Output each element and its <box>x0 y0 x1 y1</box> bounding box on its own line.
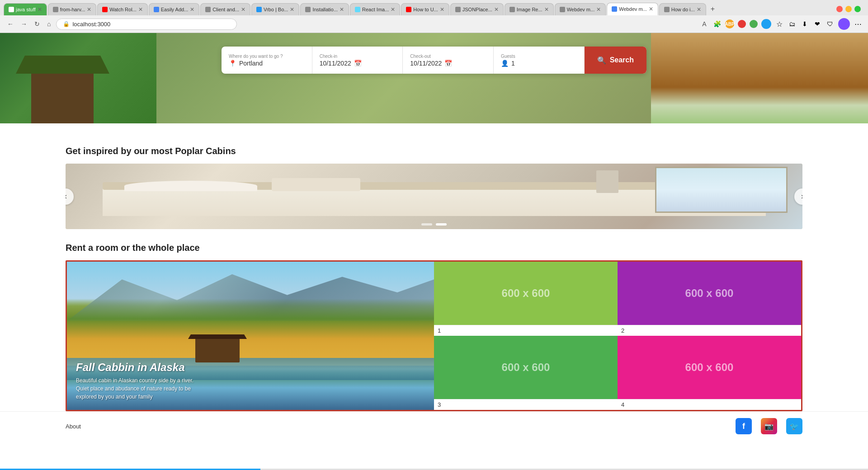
rent-section: Fall Cabbin in Alaska Beautiful cabin in… <box>0 260 868 411</box>
rent-small-grid: 600 x 600 1 600 x 600 2 600 x 600 <box>434 262 801 410</box>
placeholder-text-1: 600 x 600 <box>502 287 550 300</box>
tab-watch-rol[interactable]: Watch Rol... ✕ <box>97 3 148 15</box>
carousel-section: ‹ › <box>0 164 868 229</box>
rent-small-image-1: 600 x 600 <box>434 262 618 325</box>
tab-react-ima[interactable]: React Ima... ✕ <box>350 3 400 15</box>
footer: About f 📷 🐦 <box>0 411 868 441</box>
rent-small-item-4[interactable]: 600 x 600 4 <box>618 336 801 410</box>
tab-close-icon[interactable]: ✕ <box>391 6 395 13</box>
tab-close-icon[interactable]: ✕ <box>190 6 194 13</box>
tab-close-icon[interactable]: ✕ <box>241 6 245 13</box>
reload-button[interactable]: ↻ <box>33 19 42 28</box>
tab-favicon <box>455 7 461 12</box>
rent-main-item[interactable]: Fall Cabbin in Alaska Beautiful cabin in… <box>67 262 434 410</box>
window-minimize-btn[interactable] <box>845 6 852 12</box>
tab-webdev-1[interactable]: Webdev m... ✕ <box>555 3 606 15</box>
tab-label: React Ima... <box>362 7 389 12</box>
tab-favicon <box>664 7 670 12</box>
download-icon[interactable]: ⬇ <box>800 19 809 28</box>
rent-main-overlay: Fall Cabbin in Alaska Beautiful cabin in… <box>76 361 203 401</box>
back-button[interactable]: ← <box>5 19 15 28</box>
toolbar-icons: A 🧩 ABP ☆ 🗂 ⬇ ❤ 🛡 ⋯ <box>700 18 863 30</box>
tab-favicon <box>53 7 58 12</box>
tab-close-icon[interactable]: ✕ <box>494 6 499 13</box>
vpn-icon[interactable] <box>761 19 771 29</box>
collections-icon[interactable]: 🗂 <box>788 19 797 28</box>
tab-close-icon[interactable]: ✕ <box>544 6 549 13</box>
rent-small-label-2: 2 <box>618 325 801 336</box>
search-button[interactable]: 🔍 Search <box>585 47 646 74</box>
tab-close-icon[interactable]: ✕ <box>340 6 344 13</box>
placeholder-text-3: 600 x 600 <box>502 361 550 374</box>
guests-field[interactable]: Guests 👤 1 <box>494 47 585 74</box>
location-label: Where do you want to go ? <box>229 54 305 59</box>
footer-about-link[interactable]: About <box>66 423 81 430</box>
rent-small-label-3: 3 <box>434 399 618 410</box>
tab-label: Webdev m... <box>567 7 595 12</box>
carousel-dot-2[interactable] <box>436 223 447 226</box>
rent-small-item-2[interactable]: 600 x 600 2 <box>618 262 801 336</box>
location-icon: 📍 <box>229 60 236 67</box>
tab-label: Client and... <box>212 7 239 12</box>
url-box[interactable]: 🔒 localhost:3000 <box>56 19 237 30</box>
tab-favicon <box>102 7 108 12</box>
tab-label: How to U... <box>413 7 438 12</box>
tab-how-to-u[interactable]: How to U... ✕ <box>401 3 449 15</box>
new-tab-button[interactable]: + <box>707 3 718 15</box>
download-ext-icon[interactable] <box>750 20 758 28</box>
tab-vrbo[interactable]: Vrbo | Bo... ✕ <box>251 3 299 15</box>
security-icon[interactable]: 🛡 <box>826 19 835 28</box>
tab-close-icon[interactable]: ✕ <box>138 6 143 13</box>
window-maximize-btn[interactable] <box>854 6 861 12</box>
profile-icon[interactable] <box>838 18 850 30</box>
placeholder-text-2: 600 x 600 <box>685 287 734 300</box>
checkout-text: 10/11/2022 <box>410 60 442 67</box>
rent-small-item-1[interactable]: 600 x 600 1 <box>434 262 618 336</box>
tab-installatio[interactable]: Installatio... ✕ <box>300 3 349 15</box>
tab-close-icon[interactable]: ✕ <box>649 6 653 12</box>
tab-close-icon[interactable]: ✕ <box>697 6 701 13</box>
settings-icon[interactable]: ⋯ <box>854 19 863 28</box>
adblock-icon[interactable]: ABP <box>725 19 734 28</box>
search-bar: Where do you want to go ? 📍 Portland Che… <box>222 47 646 74</box>
favorites-icon[interactable]: ❤ <box>813 19 822 28</box>
tab-label: java stuff <box>16 7 36 12</box>
tab-java-stuff[interactable]: java stuff ✕ <box>4 3 47 15</box>
reader-mode-icon[interactable]: A <box>700 19 709 28</box>
tab-close-icon[interactable]: ✕ <box>38 6 42 13</box>
rent-main-title: Fall Cabbin in Alaska <box>76 361 203 374</box>
guests-icon: 👤 <box>501 60 509 67</box>
search-bar-wrapper: Where do you want to go ? 📍 Portland Che… <box>0 47 868 74</box>
instagram-icon[interactable]: 📷 <box>761 418 777 434</box>
tab-favicon <box>355 7 360 12</box>
footer-social: f 📷 🐦 <box>736 418 802 434</box>
tab-label: JSONPlace... <box>462 7 492 12</box>
tab-client-and[interactable]: Client and... ✕ <box>200 3 250 15</box>
tab-favicon <box>205 7 211 12</box>
extensions-icon[interactable]: 🧩 <box>712 19 722 28</box>
twitter-icon[interactable]: 🐦 <box>786 418 802 434</box>
carousel-dot-1[interactable] <box>421 223 432 226</box>
home-button[interactable]: ⌂ <box>45 19 52 28</box>
tab-close-icon[interactable]: ✕ <box>440 6 444 13</box>
window-close-btn[interactable] <box>836 6 843 12</box>
record-icon[interactable] <box>738 20 746 28</box>
tab-close-icon[interactable]: ✕ <box>290 6 294 13</box>
tab-close-icon[interactable]: ✕ <box>596 6 601 13</box>
carousel-container: ‹ › <box>66 164 802 229</box>
tab-from-harv[interactable]: from-harv... ✕ <box>48 3 96 15</box>
forward-button[interactable]: → <box>19 19 29 28</box>
tab-how-do-i[interactable]: How do i... ✕ <box>659 3 706 15</box>
checkout-field[interactable]: Check-out 10/11/2022 📅 <box>403 47 494 74</box>
facebook-icon[interactable]: f <box>736 418 752 434</box>
bookmark-icon[interactable]: ☆ <box>775 19 784 28</box>
tab-webdev-2[interactable]: Webdev m... ✕ <box>607 3 658 15</box>
tab-image-re[interactable]: Image Re... ✕ <box>505 3 554 15</box>
checkin-field[interactable]: Check-in 10/11/2022 📅 <box>312 47 403 74</box>
tab-jsonplace[interactable]: JSONPlace... ✕ <box>450 3 504 15</box>
location-field[interactable]: Where do you want to go ? 📍 Portland <box>222 47 312 74</box>
tab-close-icon[interactable]: ✕ <box>87 6 91 13</box>
tab-easily-add[interactable]: Easily Add... ✕ <box>149 3 200 15</box>
rent-small-item-3[interactable]: 600 x 600 3 <box>434 336 618 410</box>
rent-small-label-4: 4 <box>618 399 801 410</box>
